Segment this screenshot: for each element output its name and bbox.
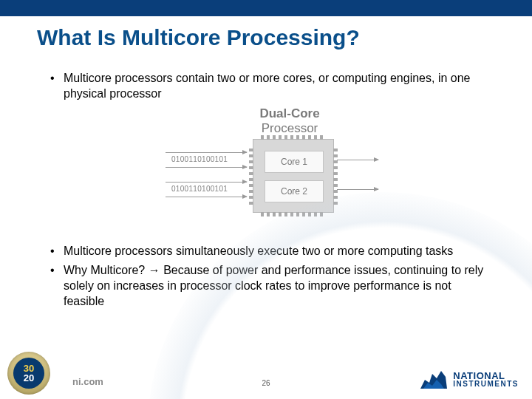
arrow-icon bbox=[166, 182, 247, 183]
bullet-list-top: Multicore processors contain two or more… bbox=[47, 71, 488, 102]
ni-logo-text: NATIONAL INSTRUMENTS bbox=[453, 371, 519, 388]
ni-logo: NATIONAL INSTRUMENTS bbox=[419, 366, 519, 392]
arrow-icon bbox=[166, 152, 247, 153]
seal-number-bottom: 20 bbox=[24, 373, 34, 383]
page-title: What Is Multicore Processing? bbox=[37, 25, 532, 50]
header-bar bbox=[0, 0, 532, 16]
eagle-icon bbox=[419, 366, 449, 392]
arrow-icon bbox=[166, 197, 247, 197]
diagram-title-2: Processor bbox=[201, 121, 378, 136]
logo-line-2: INSTRUMENTS bbox=[453, 381, 519, 388]
anniversary-seal-icon: 30 20 bbox=[7, 352, 50, 395]
arrow-icon bbox=[166, 167, 247, 168]
binary-text-2: 0100110100101 bbox=[171, 185, 228, 193]
core-1-label: Core 1 bbox=[265, 151, 324, 173]
footer: 30 20 ni.com 26 NATIONAL INSTRUMENTS bbox=[0, 358, 532, 399]
site-label: ni.com bbox=[72, 376, 103, 387]
arrow-icon bbox=[337, 189, 378, 190]
bullet-item: Multicore processors contain two or more… bbox=[47, 71, 488, 102]
slide-number: 26 bbox=[262, 379, 270, 387]
core-2-label: Core 2 bbox=[265, 180, 324, 202]
binary-text-1: 0100110100101 bbox=[171, 155, 228, 163]
logo-line-1: NATIONAL bbox=[453, 371, 519, 381]
arrow-icon bbox=[337, 160, 378, 160]
diagram-title-1: Dual-Core bbox=[201, 106, 378, 121]
